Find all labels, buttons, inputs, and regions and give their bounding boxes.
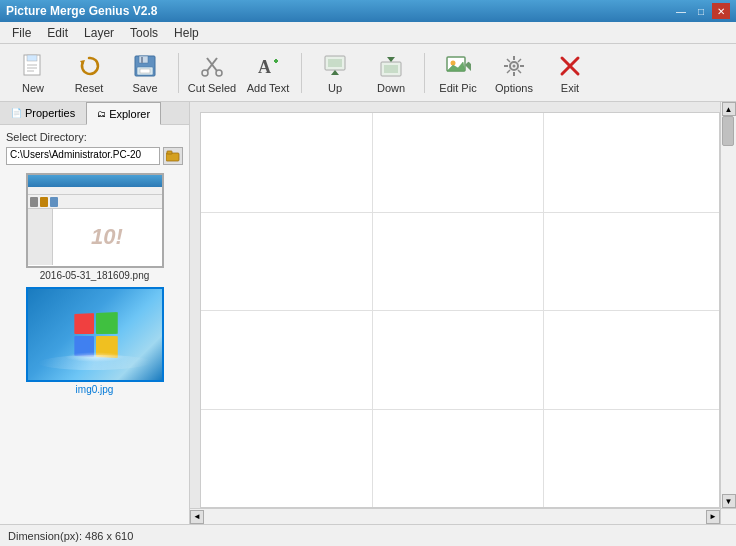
menu-help[interactable]: Help: [166, 24, 207, 42]
scrollbar-vertical[interactable]: ▲ ▼: [720, 102, 736, 508]
scroll-right-button[interactable]: ►: [706, 510, 720, 524]
add-text-icon: A: [254, 52, 282, 80]
svg-line-35: [518, 70, 521, 73]
status-bar: Dimension(px): 486 x 610: [0, 524, 736, 546]
maximize-button[interactable]: □: [692, 3, 710, 19]
menu-bar: File Edit Layer Tools Help: [0, 22, 736, 44]
list-item[interactable]: img0.jpg: [6, 287, 183, 395]
exit-button[interactable]: Exit: [543, 48, 597, 98]
svg-rect-1: [27, 55, 37, 61]
thumbnail-2-label: img0.jpg: [76, 384, 114, 395]
grid-line-h-3: [201, 409, 719, 410]
panel-tabs: 📄 Properties 🗂 Explorer: [0, 102, 189, 125]
reset-icon: [75, 52, 103, 80]
down-icon: [377, 52, 405, 80]
menu-file[interactable]: File: [4, 24, 39, 42]
svg-rect-41: [167, 151, 172, 154]
svg-marker-23: [387, 57, 395, 62]
tab-properties[interactable]: 📄 Properties: [0, 102, 86, 124]
windows-logo: [70, 310, 120, 360]
list-item[interactable]: 10! 2016-05-31_181609.png: [6, 173, 183, 281]
add-text-button[interactable]: A Add Text: [241, 48, 295, 98]
svg-point-29: [513, 64, 516, 67]
new-button[interactable]: New: [6, 48, 60, 98]
scroll-thumb-vertical[interactable]: [722, 116, 734, 146]
edit-pic-button[interactable]: Edit Pic: [431, 48, 485, 98]
up-icon: [321, 52, 349, 80]
scroll-corner: [720, 508, 736, 524]
thumbnail-1-label: 2016-05-31_181609.png: [40, 270, 150, 281]
cut-seled-label: Cut Seled: [188, 82, 236, 94]
reset-button[interactable]: Reset: [62, 48, 116, 98]
tab-explorer[interactable]: 🗂 Explorer: [86, 102, 161, 125]
separator-2: [301, 53, 302, 93]
edit-pic-icon: [444, 52, 472, 80]
add-text-label: Add Text: [247, 82, 290, 94]
down-label: Down: [377, 82, 405, 94]
save-label: Save: [132, 82, 157, 94]
menu-tools[interactable]: Tools: [122, 24, 166, 42]
directory-row: C:\Users\Administrator.PC-20: [6, 147, 183, 165]
browse-button[interactable]: [163, 147, 183, 165]
up-button[interactable]: Up: [308, 48, 362, 98]
grid-line-v-1: [372, 113, 373, 507]
separator-1: [178, 53, 179, 93]
options-label: Options: [495, 82, 533, 94]
grid-line-h-1: [201, 212, 719, 213]
canvas-grid: [201, 113, 719, 507]
minimize-button[interactable]: —: [672, 3, 690, 19]
tab-explorer-label: Explorer: [109, 108, 150, 120]
thumbnail-container: 10! 2016-05-31_181609.png: [6, 173, 183, 395]
window-controls: — □ ✕: [672, 3, 730, 19]
close-button[interactable]: ✕: [712, 3, 730, 19]
scroll-left-button[interactable]: ◄: [190, 510, 204, 524]
scrollbar-horizontal[interactable]: ◄ ►: [190, 508, 720, 524]
select-directory-label: Select Directory:: [6, 131, 183, 143]
toolbar: New Reset Save: [0, 44, 736, 102]
svg-marker-5: [80, 60, 85, 65]
directory-path[interactable]: C:\Users\Administrator.PC-20: [6, 147, 160, 165]
svg-rect-22: [384, 65, 398, 73]
svg-rect-19: [328, 59, 342, 67]
cut-seled-button[interactable]: Cut Seled: [185, 48, 239, 98]
canvas-inner: [200, 112, 720, 508]
svg-text:A: A: [258, 57, 271, 77]
svg-rect-10: [140, 69, 150, 73]
grid-line-h-2: [201, 310, 719, 311]
save-icon: [131, 52, 159, 80]
options-icon: [500, 52, 528, 80]
canvas-area: ▲ ▼ ◄ ►: [190, 102, 736, 524]
svg-point-14: [216, 70, 222, 76]
up-label: Up: [328, 82, 342, 94]
thumbnail-2: [26, 287, 164, 382]
title-bar: Picture Merge Genius V2.8 — □ ✕: [0, 0, 736, 22]
svg-rect-8: [141, 57, 143, 63]
tab-properties-label: Properties: [25, 107, 75, 119]
svg-line-37: [507, 70, 510, 73]
reset-label: Reset: [75, 82, 104, 94]
left-panel: 📄 Properties 🗂 Explorer Select Directory…: [0, 102, 190, 524]
exit-icon: [556, 52, 584, 80]
new-icon: [19, 52, 47, 80]
svg-rect-7: [139, 56, 148, 63]
options-button[interactable]: Options: [487, 48, 541, 98]
save-button[interactable]: Save: [118, 48, 172, 98]
menu-edit[interactable]: Edit: [39, 24, 76, 42]
exit-label: Exit: [561, 82, 579, 94]
menu-layer[interactable]: Layer: [76, 24, 122, 42]
down-button[interactable]: Down: [364, 48, 418, 98]
svg-marker-20: [331, 70, 339, 75]
edit-pic-label: Edit Pic: [439, 82, 476, 94]
svg-rect-27: [465, 61, 471, 73]
svg-point-13: [202, 70, 208, 76]
separator-3: [424, 53, 425, 93]
title-text: Picture Merge Genius V2.8: [6, 4, 157, 18]
panel-body: Select Directory: C:\Users\Administrator…: [0, 125, 189, 524]
main-layout: 📄 Properties 🗂 Explorer Select Directory…: [0, 102, 736, 524]
scroll-up-button[interactable]: ▲: [722, 102, 736, 116]
thumbnail-1: 10!: [26, 173, 164, 268]
new-label: New: [22, 82, 44, 94]
cut-seled-icon: [198, 52, 226, 80]
scroll-down-button[interactable]: ▼: [722, 494, 736, 508]
svg-line-36: [518, 59, 521, 62]
